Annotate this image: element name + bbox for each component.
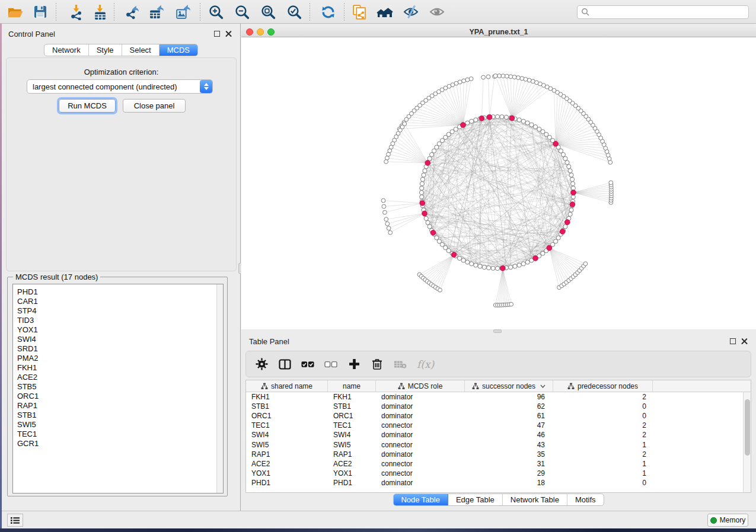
list-item[interactable]: STB1 [17,411,223,420]
network-column-icon [261,383,268,390]
column-header-mcds-role[interactable]: MCDS role [376,380,465,392]
save-session-icon[interactable] [31,3,50,21]
column-header-shared-name[interactable]: shared name [246,380,328,392]
main-toolbar [0,0,756,24]
table-row[interactable]: YOX1YOX1connector291 [246,469,743,478]
delete-columns-icon[interactable] [371,358,384,371]
network-column-icon [472,383,479,390]
criterion-dropdown[interactable]: largest connected component (undirected) [27,79,213,94]
scrollbar-thumb[interactable] [745,399,750,456]
list-item[interactable]: GCR1 [17,439,223,448]
list-item[interactable]: PHD1 [17,287,223,297]
select-all-checkboxes-icon[interactable] [301,358,314,371]
toolbar-separator [344,3,344,21]
list-item[interactable]: PMA2 [17,354,223,363]
deselect-all-checkboxes-icon[interactable] [324,358,337,371]
table-row[interactable]: STB1STB1dominator620 [246,402,743,411]
tab-network[interactable]: Network [44,44,89,56]
table-row[interactable]: PHD1PHD1dominator180 [246,478,743,488]
list-item[interactable]: FKH1 [17,363,223,373]
list-item[interactable]: RAP1 [17,401,223,411]
tab-style[interactable]: Style [89,44,122,56]
tab-network-table[interactable]: Network Table [503,494,567,505]
float-panel-icon[interactable] [214,31,220,37]
column-header-predecessor-nodes[interactable]: predecessor nodes [553,380,653,392]
network-graph[interactable] [241,37,756,329]
network-column-icon [567,383,575,390]
table-row[interactable]: RAP1RAP1dominator352 [246,450,743,459]
export-network-icon[interactable] [123,3,142,21]
close-panel-icon[interactable] [225,30,232,37]
memory-button[interactable]: Memory [707,514,748,527]
table-row[interactable]: SWI4SWI4dominator462 [246,430,743,440]
list-item[interactable]: TID3 [17,316,223,325]
result-list-scrollbar[interactable] [216,284,223,493]
table-row[interactable]: SWI5SWI5connector431 [246,440,743,449]
list-item[interactable]: SRD1 [17,344,223,354]
network-titlebar[interactable]: YPA_prune.txt_1 [241,26,756,37]
toolbar-separator [56,3,56,21]
table-options-gear-icon[interactable] [255,358,268,371]
tab-edge-table[interactable]: Edge Table [448,494,503,505]
table-panel: Table Panel [241,333,756,508]
list-item[interactable]: ACE2 [17,373,223,382]
tab-motifs[interactable]: Motifs [567,494,604,505]
import-table-icon[interactable] [90,3,109,21]
export-table-icon[interactable] [146,3,165,21]
table-panel-title: Table Panel [249,337,289,346]
list-item[interactable]: CAR1 [17,297,223,306]
table-scrollbar[interactable] [743,392,751,492]
toolbar-separator [310,3,310,21]
table-row[interactable]: ACE2ACE2connector311 [246,459,743,469]
show-all-icon[interactable] [428,3,446,21]
dropdown-stepper-icon [200,80,212,93]
column-header-name[interactable]: name [328,380,376,392]
mcds-result-list[interactable]: PHD1 CAR1 STP4 TID3 YOX1 SWI4 SRD1 PMA2 … [12,284,224,493]
table-tabs: Node Table Edge Table Network Table Moti… [393,493,604,506]
close-panel-button[interactable]: Close panel [123,99,186,113]
toolbar-separator [200,3,200,21]
apply-layout-icon[interactable] [318,3,337,21]
open-session-icon[interactable] [5,3,24,21]
column-header-successor-nodes[interactable]: successor nodes [465,380,553,392]
float-panel-icon[interactable] [730,338,736,344]
first-neighbors-icon[interactable] [375,3,394,21]
zoom-in-icon[interactable] [206,3,225,21]
tab-node-table[interactable]: Node Table [393,494,448,505]
hide-selected-icon[interactable] [401,3,420,21]
tab-select[interactable]: Select [122,44,160,56]
network-from-selection-icon[interactable] [350,3,369,21]
show-columns-icon[interactable] [278,358,291,371]
table-toolbar: f(x) [245,351,751,377]
table-body: FKH1FKH1dominator962 STB1STB1dominator62… [246,392,743,492]
tab-mcds[interactable]: MCDS [160,44,197,56]
list-item[interactable]: STB5 [17,382,223,392]
app-window: Control Panel Network Style Select MCDS … [0,0,756,532]
zoom-fit-icon[interactable] [259,3,277,21]
list-item[interactable]: TEC1 [17,430,223,439]
list-item[interactable]: SWI4 [17,335,223,344]
export-image-icon[interactable] [173,3,192,21]
toolbar-separator [114,3,114,21]
desktop-wallpaper-bottom [0,528,756,532]
node-table: shared name name MCDS role successor nod… [245,380,751,493]
add-column-icon[interactable] [347,358,361,371]
list-item[interactable]: STP4 [17,306,223,316]
close-panel-icon[interactable] [741,338,748,344]
network-canvas[interactable] [241,37,756,329]
zoom-selected-icon[interactable] [285,3,304,21]
search-input[interactable] [577,5,749,19]
list-item[interactable]: YOX1 [17,325,223,335]
table-row[interactable]: FKH1FKH1dominator962 [246,392,743,402]
table-row[interactable]: ORC1ORC1dominator610 [246,411,743,421]
zoom-out-icon[interactable] [232,3,251,21]
mcds-result-group: MCDS result (17 nodes) PHD1 CAR1 STP4 TI… [7,277,228,496]
list-item[interactable]: ORC1 [17,392,223,401]
list-item[interactable]: SWI5 [17,420,223,430]
table-row[interactable]: TEC1TEC1connector472 [246,421,743,430]
show-panels-list-button[interactable] [7,514,23,527]
import-network-icon[interactable] [66,3,85,21]
memory-status-icon [710,517,717,524]
table-header-row: shared name name MCDS role successor nod… [246,380,751,392]
run-mcds-button[interactable]: Run MCDS [59,99,116,113]
